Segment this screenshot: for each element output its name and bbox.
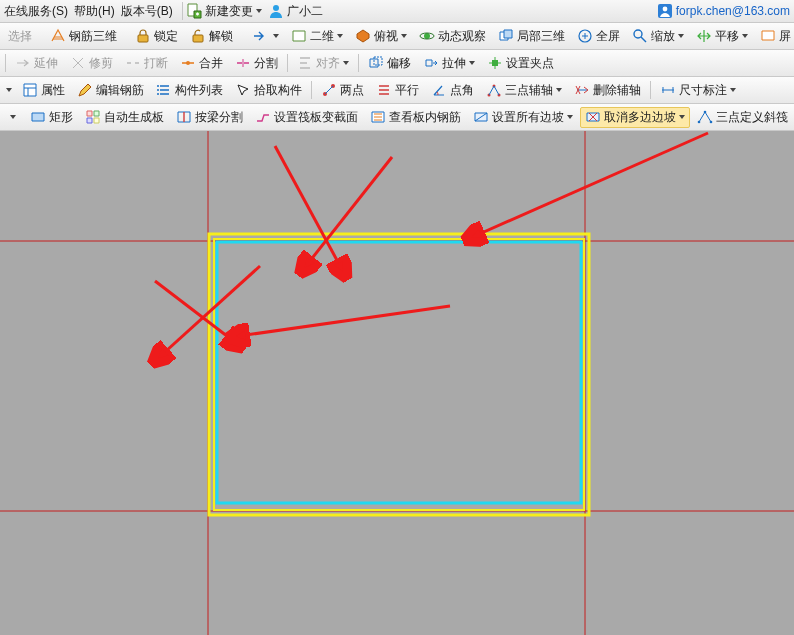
extend-icon — [15, 55, 31, 71]
point-angle-button[interactable]: 点角 — [426, 80, 479, 101]
pan-button[interactable]: 平移 — [691, 26, 753, 47]
dimension-label: 尺寸标注 — [679, 82, 727, 99]
svg-point-15 — [186, 61, 190, 65]
unlock-icon — [190, 28, 206, 44]
svg-line-50 — [232, 306, 450, 337]
trim-label: 修剪 — [89, 55, 113, 72]
top-view-button[interactable]: 俯视 — [350, 26, 412, 47]
rebar-3d-button[interactable]: 钢筋三维 — [45, 26, 122, 47]
dropdown-icon — [678, 34, 684, 38]
separator — [358, 54, 359, 72]
three-point-icon — [486, 82, 502, 98]
dynamic-observe-button[interactable]: 动态观察 — [414, 26, 491, 47]
join-button[interactable]: 合并 — [175, 53, 228, 74]
screen-button[interactable]: 屏 — [755, 26, 794, 47]
person-icon — [268, 3, 284, 19]
menu-bar: 在线服务(S) 帮助(H) 版本号(B) 新建变更 广小二 forpk.chen… — [0, 0, 794, 23]
trim-icon — [70, 55, 86, 71]
align-button[interactable]: 对齐 — [292, 53, 354, 74]
pick-component-button[interactable]: 拾取构件 — [230, 80, 307, 101]
select-label: 选择 — [8, 28, 32, 45]
split-button[interactable]: 分割 — [230, 53, 283, 74]
drawing-canvas[interactable] — [0, 131, 794, 635]
menu-guang-label: 广小二 — [287, 3, 323, 20]
menu-version[interactable]: 版本号(B) — [121, 3, 173, 20]
toolbar-row-3: 属性 编辑钢筋 构件列表 拾取构件 两点 平行 点角 三点辅轴 删除辅轴 尺寸标… — [0, 77, 794, 104]
pan-label: 平移 — [715, 28, 739, 45]
svg-point-40 — [710, 121, 713, 124]
stretch-button[interactable]: 拉伸 — [418, 53, 480, 74]
cancel-multi-slope-button[interactable]: 取消多边边坡 — [580, 107, 690, 128]
break-button[interactable]: 打断 — [120, 53, 173, 74]
view-rebar-in-slab-button[interactable]: 查看板内钢筋 — [365, 107, 466, 128]
quick-nav-button[interactable] — [246, 26, 284, 46]
pick-component-label: 拾取构件 — [254, 82, 302, 99]
menu-new-change[interactable]: 新建变更 — [186, 3, 262, 20]
unlock-button[interactable]: 解锁 — [185, 26, 238, 47]
edit-rebar-button[interactable]: 编辑钢筋 — [72, 80, 149, 101]
user-account[interactable]: forpk.chen@163.com — [657, 3, 790, 19]
dropdown-icon[interactable] — [6, 88, 12, 92]
two-point-button[interactable]: 两点 — [316, 80, 369, 101]
cancel-multi-slope-label: 取消多边边坡 — [604, 109, 676, 126]
list-icon — [156, 82, 172, 98]
two-d-button[interactable]: 二维 — [286, 26, 348, 47]
set-raft-section-button[interactable]: 设置筏板变截面 — [250, 107, 363, 128]
stretch-icon — [423, 55, 439, 71]
svg-line-47 — [468, 133, 708, 239]
svg-rect-33 — [94, 118, 99, 123]
menu-help[interactable]: 帮助(H) — [74, 3, 115, 20]
local-3d-button[interactable]: 局部三维 — [493, 26, 570, 47]
parallel-button[interactable]: 平行 — [371, 80, 424, 101]
delete-aux-button[interactable]: 删除辅轴 — [569, 80, 646, 101]
component-list-button[interactable]: 构件列表 — [151, 80, 228, 101]
two-point-icon — [321, 82, 337, 98]
offset-label: 偏移 — [387, 55, 411, 72]
auto-gen-slab-button[interactable]: 自动生成板 — [80, 107, 169, 128]
set-clamp-button[interactable]: 设置夹点 — [482, 53, 559, 74]
svg-rect-6 — [193, 35, 203, 42]
lock-button[interactable]: 锁定 — [130, 26, 183, 47]
split-icon — [235, 55, 251, 71]
separator — [650, 81, 651, 99]
properties-button[interactable]: 属性 — [17, 80, 70, 101]
two-point-label: 两点 — [340, 82, 364, 99]
separator — [311, 81, 312, 99]
select-button[interactable]: 选择 — [3, 26, 37, 47]
rectangle-button[interactable]: 矩形 — [25, 107, 78, 128]
dropdown-icon — [256, 9, 262, 13]
break-label: 打断 — [144, 55, 168, 72]
svg-rect-18 — [426, 60, 432, 66]
selection-rect-inner — [214, 239, 584, 510]
svg-rect-31 — [94, 111, 99, 116]
trim-button[interactable]: 修剪 — [65, 53, 118, 74]
parallel-icon — [376, 82, 392, 98]
dimension-button[interactable]: 尺寸标注 — [655, 80, 741, 101]
dropdown-icon — [556, 88, 562, 92]
split-by-beam-button[interactable]: 按梁分割 — [171, 107, 248, 128]
picker-icon — [235, 82, 251, 98]
dropdown-icon[interactable] — [10, 115, 16, 119]
dropdown-icon — [742, 34, 748, 38]
offset-button[interactable]: 偏移 — [363, 53, 416, 74]
parallel-label: 平行 — [395, 82, 419, 99]
canvas-svg — [0, 131, 794, 635]
annotation-arrows — [155, 133, 708, 361]
fullscreen-icon — [577, 28, 593, 44]
align-icon — [297, 55, 313, 71]
three-point-aux-button[interactable]: 三点辅轴 — [481, 80, 567, 101]
zoom-label: 缩放 — [651, 28, 675, 45]
screen-icon — [760, 28, 776, 44]
user-icon — [657, 3, 673, 19]
fullscreen-button[interactable]: 全屏 — [572, 26, 625, 47]
two-d-label: 二维 — [310, 28, 334, 45]
three-point-slope-button[interactable]: 三点定义斜筏 — [692, 107, 793, 128]
zoom-button[interactable]: 缩放 — [627, 26, 689, 47]
set-all-slopes-button[interactable]: 设置所有边坡 — [468, 107, 578, 128]
menu-guang-xiao-er[interactable]: 广小二 — [268, 3, 323, 20]
menu-online-service[interactable]: 在线服务(S) — [4, 3, 68, 20]
extend-button[interactable]: 延伸 — [10, 53, 63, 74]
top-view-icon — [355, 28, 371, 44]
angle-icon — [431, 82, 447, 98]
point-angle-label: 点角 — [450, 82, 474, 99]
